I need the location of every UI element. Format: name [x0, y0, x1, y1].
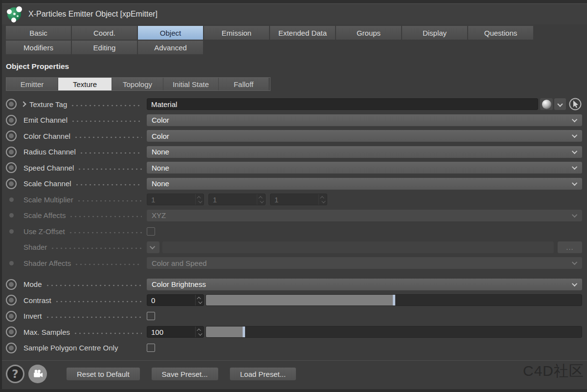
scale-multiplier-x-field — [147, 194, 204, 205]
spinner-down-icon — [260, 199, 264, 203]
subtab-initial-state[interactable]: Initial State — [163, 78, 219, 90]
shader-dropdown-button — [147, 241, 159, 253]
chevron-down-icon — [572, 132, 577, 138]
tab-modifiers[interactable]: Modifiers — [6, 41, 71, 54]
scale-multiplier-z-input — [271, 196, 318, 204]
speed-channel-select[interactable]: None — [147, 162, 582, 174]
max-samples-label: Max. Samples — [23, 328, 70, 336]
keyframe-circle-icon[interactable] — [6, 162, 17, 173]
subtab-texture[interactable]: Texture — [58, 78, 112, 90]
dotted-leader — [73, 330, 142, 336]
chevron-down-icon — [572, 212, 577, 218]
keyframe-circle-icon[interactable] — [6, 343, 17, 353]
row-invert: Invert — [0, 308, 587, 325]
max-samples-slider[interactable] — [205, 326, 582, 338]
color-channel-value: Color — [152, 132, 169, 140]
tab-editing[interactable]: Editing — [72, 41, 137, 54]
row-scale-multiplier: Scale Multiplier — [0, 192, 587, 208]
radius-channel-select[interactable]: None — [147, 146, 582, 158]
tab-extended-data[interactable]: Extended Data — [270, 26, 335, 40]
tab-emission[interactable]: Emission — [204, 26, 269, 40]
dotted-leader — [68, 230, 142, 236]
mode-value: Color Brightness — [152, 280, 206, 288]
keyframe-circle-icon[interactable] — [6, 115, 17, 126]
dotted-leader — [77, 166, 142, 172]
keyframe-circle-icon[interactable] — [6, 279, 17, 290]
emit-channel-select[interactable]: Color — [147, 114, 582, 126]
scale-affects-select: XYZ — [147, 210, 582, 221]
shader-label: Shader — [23, 243, 47, 251]
texture-tag-label: Texture Tag — [29, 100, 67, 109]
watermark-text: C4D社区 — [523, 361, 584, 381]
contrast-field[interactable] — [147, 294, 204, 306]
tab-coord[interactable]: Coord. — [72, 26, 137, 40]
save-preset-button[interactable]: Save Preset... — [152, 368, 218, 380]
shader-browse-button: ... — [558, 241, 582, 253]
keyframe-circle-icon[interactable] — [6, 99, 17, 109]
keyframe-circle-icon[interactable] — [6, 295, 17, 305]
expander-chevron-icon[interactable] — [21, 102, 26, 107]
slider-handle[interactable] — [393, 295, 395, 305]
max-samples-input[interactable] — [147, 328, 195, 336]
dotted-leader — [77, 198, 142, 204]
spinner-down-icon[interactable] — [198, 331, 202, 335]
texture-tag-field[interactable] — [147, 98, 538, 110]
row-mode: Mode Color Brightness — [0, 277, 587, 293]
tab-questions[interactable]: Questions — [468, 26, 533, 40]
row-texture-tag: Texture Tag — [0, 96, 587, 112]
tab-basic[interactable]: Basic — [6, 26, 71, 40]
load-preset-button[interactable]: Load Preset... — [230, 368, 296, 380]
help-button[interactable]: ? — [6, 365, 24, 383]
row-contrast: Contrast — [0, 292, 587, 308]
scale-multiplier-y-input — [209, 196, 257, 204]
contrast-slider[interactable] — [205, 294, 582, 306]
scale-multiplier-label: Scale Multiplier — [23, 196, 73, 204]
dotted-leader — [50, 245, 142, 251]
texture-tag-dropdown-button[interactable] — [554, 98, 566, 110]
keyframe-circle-icon[interactable] — [6, 147, 17, 157]
window-bottom-edge — [0, 389, 587, 392]
keyframe-circle-icon[interactable] — [6, 311, 17, 322]
spinner-control — [318, 194, 327, 205]
spinner-control[interactable] — [195, 327, 203, 337]
slider-handle[interactable] — [243, 327, 245, 337]
spinner-control[interactable] — [195, 295, 203, 305]
spinner-control — [195, 194, 203, 205]
keyframe-circle-icon[interactable] — [6, 178, 17, 189]
row-emit-channel: Emit Channel Color — [0, 112, 587, 129]
chevron-down-icon — [150, 244, 155, 249]
window-top-strip — [0, 0, 587, 4]
reset-to-default-button[interactable]: Reset to Default — [67, 368, 140, 380]
subtab-topology[interactable]: Topology — [112, 78, 163, 90]
subtab-emitter[interactable]: Emitter — [6, 78, 58, 90]
subtab-falloff[interactable]: Falloff — [219, 78, 269, 90]
emit-channel-value: Color — [152, 116, 169, 124]
row-shader-affects: Shader Affects Color and Speed — [0, 255, 587, 271]
tab-display[interactable]: Display — [402, 26, 467, 40]
sample-polygon-label: Sample Polygon Centre Only — [23, 344, 118, 352]
tab-object[interactable]: Object — [138, 26, 203, 40]
contrast-label: Contrast — [23, 296, 51, 305]
tab-advanced[interactable]: Advanced — [138, 41, 203, 54]
sample-polygon-checkbox[interactable] — [147, 344, 155, 352]
texture-tag-input[interactable] — [151, 100, 534, 109]
spinner-down-icon[interactable] — [198, 300, 202, 304]
contrast-input[interactable] — [147, 296, 195, 305]
tab-groups[interactable]: Groups — [336, 26, 401, 40]
video-help-button[interactable] — [28, 365, 47, 383]
color-channel-select[interactable]: Color — [147, 130, 582, 142]
shader-link-field — [162, 241, 554, 253]
material-thumbnail-button[interactable] — [540, 98, 553, 110]
keyframe-circle-icon[interactable] — [6, 131, 17, 141]
dotted-leader — [70, 103, 142, 109]
keyframe-circle-icon[interactable] — [6, 327, 17, 337]
scale-channel-select[interactable]: None — [147, 178, 582, 190]
invert-checkbox[interactable] — [147, 312, 155, 320]
speed-channel-value: None — [152, 164, 169, 172]
max-samples-field[interactable] — [147, 326, 204, 338]
slider-fill — [206, 295, 394, 305]
scale-affects-label: Scale Affects — [23, 211, 66, 219]
camera-icon — [32, 369, 44, 380]
mode-select[interactable]: Color Brightness — [147, 279, 582, 290]
pick-object-icon[interactable] — [568, 97, 582, 111]
